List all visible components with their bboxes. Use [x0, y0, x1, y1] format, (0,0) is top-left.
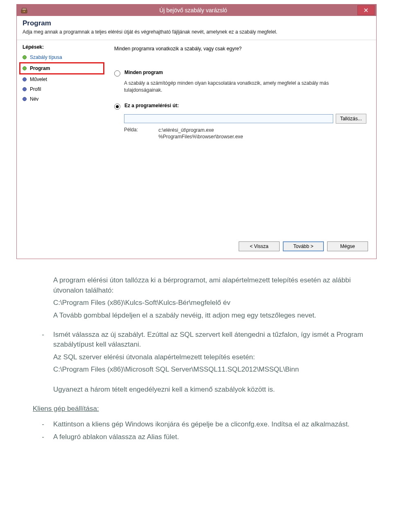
wizard-header: Program Adja meg annak a programnak a te… [17, 16, 376, 40]
radio-all-programs[interactable]: Minden program [114, 68, 366, 78]
page-description: Adja meg annak a programnak a teljes elé… [23, 29, 370, 35]
radio-path-label: Ez a programelérési út: [124, 103, 179, 108]
step-profile[interactable]: Profil [23, 84, 104, 94]
doc-paragraph: A program elérési úton tallózza ki a bér… [33, 275, 368, 321]
wizard-content: Minden programra vonatkozik a szabály, v… [104, 40, 376, 237]
dash-icon: - [33, 432, 53, 445]
doc-bullet: - A felugró ablakon válassza az Alias fü… [33, 432, 368, 445]
wizard-body: Program Adja meg annak a programnak a te… [17, 16, 376, 259]
step-action[interactable]: Művelet [23, 74, 104, 84]
radio-program-path[interactable]: Ez a programelérési út: [114, 101, 366, 111]
dash-icon: - [33, 419, 53, 432]
doc-paragraph: Ugyanezt a három tételt engedélyezni kel… [33, 385, 368, 395]
radio-all-label: Minden program [124, 70, 163, 75]
dash-icon: - [33, 330, 53, 378]
step-program[interactable]: Program [19, 62, 104, 74]
svg-point-2 [24, 11, 25, 12]
svg-rect-1 [22, 8, 26, 10]
wizard-buttons: < Vissza Tovább > Mégse [17, 237, 376, 259]
step-link[interactable]: Szabály típusa [30, 54, 62, 60]
next-button[interactable]: Tovább > [283, 241, 324, 251]
step-label: Név [30, 96, 38, 102]
step-label: Program [30, 65, 50, 71]
wizard-dialog: Új bejövő szabály varázsló Program Adja … [16, 4, 377, 259]
steps-sidebar: Lépések: Szabály típusa Program Művelet … [17, 40, 104, 237]
step-name[interactable]: Név [23, 94, 104, 104]
bullet-icon [23, 97, 27, 101]
app-icon [19, 6, 29, 14]
bullet-icon [23, 77, 27, 81]
bullet-icon [23, 66, 27, 70]
program-path-input[interactable] [124, 114, 333, 123]
page-heading: Program [23, 19, 370, 27]
titlebar: Új bejövő szabály varázsló [17, 5, 376, 16]
example-row: Példa: c:\elérési_út\program.exe %Progra… [124, 127, 366, 141]
bullet-icon [23, 87, 27, 91]
document-body: A program elérési úton tallózza ki a bér… [0, 267, 393, 461]
step-rule-type[interactable]: Szabály típusa [23, 52, 104, 62]
radio-icon[interactable] [114, 104, 120, 110]
back-button[interactable]: < Vissza [239, 241, 280, 251]
window-title: Új bejövő szabály varázsló [29, 7, 357, 14]
question-text: Minden programra vonatkozik a szabály, v… [114, 46, 366, 52]
doc-bullet: - Kattintson a kliens gép Windows ikonjá… [33, 419, 368, 432]
example-label: Példa: [124, 127, 138, 141]
steps-label: Lépések: [23, 44, 104, 50]
close-icon [364, 8, 368, 12]
step-label: Művelet [30, 77, 47, 82]
example-paths: c:\elérési_út\program.exe %ProgramFiles%… [158, 127, 243, 141]
cancel-button[interactable]: Mégse [327, 241, 368, 251]
close-button[interactable] [357, 5, 375, 15]
radio-icon[interactable] [114, 70, 120, 77]
radio-all-desc: A szabály a számítógép minden olyan kapc… [124, 80, 366, 94]
browse-button[interactable]: Tallózás... [336, 114, 366, 124]
doc-section-title: Kliens gép beállítása: [33, 404, 368, 414]
bullet-icon [23, 55, 27, 59]
doc-bullet: - Ismét válassza az új szabályt. Ezúttal… [33, 330, 368, 378]
step-label: Profil [30, 86, 41, 92]
